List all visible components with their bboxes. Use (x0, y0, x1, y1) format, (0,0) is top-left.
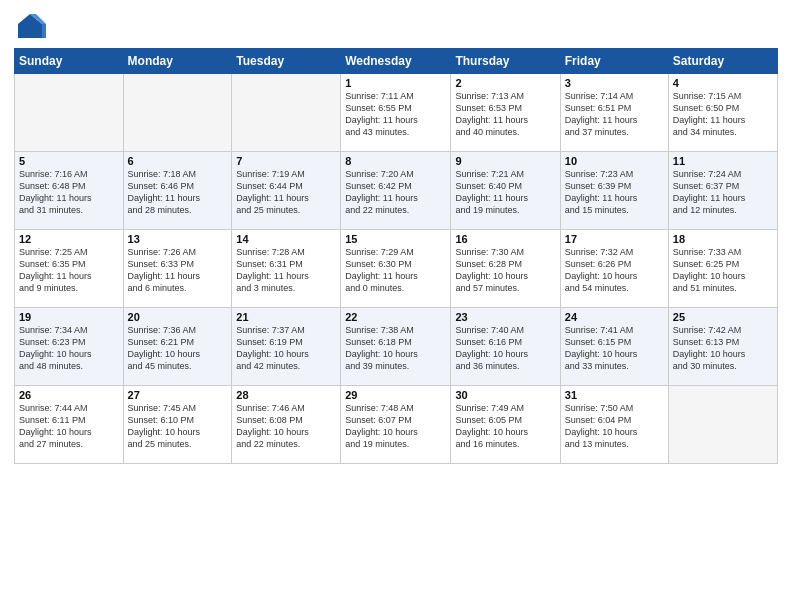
week-row-5: 26Sunrise: 7:44 AM Sunset: 6:11 PM Dayli… (15, 386, 778, 464)
calendar-cell: 22Sunrise: 7:38 AM Sunset: 6:18 PM Dayli… (341, 308, 451, 386)
calendar-cell: 5Sunrise: 7:16 AM Sunset: 6:48 PM Daylig… (15, 152, 124, 230)
day-number: 19 (19, 311, 119, 323)
calendar-cell: 20Sunrise: 7:36 AM Sunset: 6:21 PM Dayli… (123, 308, 232, 386)
day-number: 13 (128, 233, 228, 245)
calendar-cell: 1Sunrise: 7:11 AM Sunset: 6:55 PM Daylig… (341, 74, 451, 152)
calendar: SundayMondayTuesdayWednesdayThursdayFrid… (14, 48, 778, 464)
day-info: Sunrise: 7:48 AM Sunset: 6:07 PM Dayligh… (345, 402, 446, 451)
calendar-cell: 29Sunrise: 7:48 AM Sunset: 6:07 PM Dayli… (341, 386, 451, 464)
day-number: 22 (345, 311, 446, 323)
day-info: Sunrise: 7:45 AM Sunset: 6:10 PM Dayligh… (128, 402, 228, 451)
day-info: Sunrise: 7:23 AM Sunset: 6:39 PM Dayligh… (565, 168, 664, 217)
calendar-cell: 9Sunrise: 7:21 AM Sunset: 6:40 PM Daylig… (451, 152, 560, 230)
day-info: Sunrise: 7:36 AM Sunset: 6:21 PM Dayligh… (128, 324, 228, 373)
day-info: Sunrise: 7:41 AM Sunset: 6:15 PM Dayligh… (565, 324, 664, 373)
day-info: Sunrise: 7:38 AM Sunset: 6:18 PM Dayligh… (345, 324, 446, 373)
day-info: Sunrise: 7:25 AM Sunset: 6:35 PM Dayligh… (19, 246, 119, 295)
calendar-cell: 4Sunrise: 7:15 AM Sunset: 6:50 PM Daylig… (668, 74, 777, 152)
calendar-cell: 13Sunrise: 7:26 AM Sunset: 6:33 PM Dayli… (123, 230, 232, 308)
day-number: 25 (673, 311, 773, 323)
day-info: Sunrise: 7:13 AM Sunset: 6:53 PM Dayligh… (455, 90, 555, 139)
weekday-header-monday: Monday (123, 49, 232, 74)
calendar-cell: 11Sunrise: 7:24 AM Sunset: 6:37 PM Dayli… (668, 152, 777, 230)
day-number: 14 (236, 233, 336, 245)
day-info: Sunrise: 7:24 AM Sunset: 6:37 PM Dayligh… (673, 168, 773, 217)
day-number: 7 (236, 155, 336, 167)
day-number: 18 (673, 233, 773, 245)
calendar-cell: 27Sunrise: 7:45 AM Sunset: 6:10 PM Dayli… (123, 386, 232, 464)
day-info: Sunrise: 7:26 AM Sunset: 6:33 PM Dayligh… (128, 246, 228, 295)
page: SundayMondayTuesdayWednesdayThursdayFrid… (0, 0, 792, 612)
logo-icon (14, 10, 46, 42)
calendar-cell: 21Sunrise: 7:37 AM Sunset: 6:19 PM Dayli… (232, 308, 341, 386)
day-info: Sunrise: 7:40 AM Sunset: 6:16 PM Dayligh… (455, 324, 555, 373)
day-number: 3 (565, 77, 664, 89)
day-number: 5 (19, 155, 119, 167)
day-info: Sunrise: 7:29 AM Sunset: 6:30 PM Dayligh… (345, 246, 446, 295)
day-number: 31 (565, 389, 664, 401)
day-info: Sunrise: 7:30 AM Sunset: 6:28 PM Dayligh… (455, 246, 555, 295)
logo (14, 10, 50, 42)
day-number: 30 (455, 389, 555, 401)
calendar-cell (668, 386, 777, 464)
calendar-cell: 26Sunrise: 7:44 AM Sunset: 6:11 PM Dayli… (15, 386, 124, 464)
day-number: 15 (345, 233, 446, 245)
day-number: 10 (565, 155, 664, 167)
day-info: Sunrise: 7:20 AM Sunset: 6:42 PM Dayligh… (345, 168, 446, 217)
day-number: 27 (128, 389, 228, 401)
day-number: 17 (565, 233, 664, 245)
day-number: 12 (19, 233, 119, 245)
calendar-cell: 12Sunrise: 7:25 AM Sunset: 6:35 PM Dayli… (15, 230, 124, 308)
calendar-cell: 31Sunrise: 7:50 AM Sunset: 6:04 PM Dayli… (560, 386, 668, 464)
calendar-cell: 18Sunrise: 7:33 AM Sunset: 6:25 PM Dayli… (668, 230, 777, 308)
calendar-cell: 2Sunrise: 7:13 AM Sunset: 6:53 PM Daylig… (451, 74, 560, 152)
week-row-2: 5Sunrise: 7:16 AM Sunset: 6:48 PM Daylig… (15, 152, 778, 230)
day-number: 24 (565, 311, 664, 323)
day-info: Sunrise: 7:50 AM Sunset: 6:04 PM Dayligh… (565, 402, 664, 451)
calendar-cell: 28Sunrise: 7:46 AM Sunset: 6:08 PM Dayli… (232, 386, 341, 464)
day-info: Sunrise: 7:19 AM Sunset: 6:44 PM Dayligh… (236, 168, 336, 217)
day-number: 26 (19, 389, 119, 401)
calendar-cell: 19Sunrise: 7:34 AM Sunset: 6:23 PM Dayli… (15, 308, 124, 386)
calendar-cell: 8Sunrise: 7:20 AM Sunset: 6:42 PM Daylig… (341, 152, 451, 230)
calendar-cell: 14Sunrise: 7:28 AM Sunset: 6:31 PM Dayli… (232, 230, 341, 308)
day-info: Sunrise: 7:42 AM Sunset: 6:13 PM Dayligh… (673, 324, 773, 373)
day-info: Sunrise: 7:32 AM Sunset: 6:26 PM Dayligh… (565, 246, 664, 295)
week-row-4: 19Sunrise: 7:34 AM Sunset: 6:23 PM Dayli… (15, 308, 778, 386)
calendar-cell: 3Sunrise: 7:14 AM Sunset: 6:51 PM Daylig… (560, 74, 668, 152)
weekday-header-row: SundayMondayTuesdayWednesdayThursdayFrid… (15, 49, 778, 74)
calendar-cell (123, 74, 232, 152)
calendar-cell: 30Sunrise: 7:49 AM Sunset: 6:05 PM Dayli… (451, 386, 560, 464)
day-info: Sunrise: 7:15 AM Sunset: 6:50 PM Dayligh… (673, 90, 773, 139)
day-number: 20 (128, 311, 228, 323)
day-info: Sunrise: 7:49 AM Sunset: 6:05 PM Dayligh… (455, 402, 555, 451)
day-number: 16 (455, 233, 555, 245)
calendar-cell: 24Sunrise: 7:41 AM Sunset: 6:15 PM Dayli… (560, 308, 668, 386)
calendar-cell: 17Sunrise: 7:32 AM Sunset: 6:26 PM Dayli… (560, 230, 668, 308)
day-number: 9 (455, 155, 555, 167)
day-number: 8 (345, 155, 446, 167)
week-row-3: 12Sunrise: 7:25 AM Sunset: 6:35 PM Dayli… (15, 230, 778, 308)
day-info: Sunrise: 7:44 AM Sunset: 6:11 PM Dayligh… (19, 402, 119, 451)
week-row-1: 1Sunrise: 7:11 AM Sunset: 6:55 PM Daylig… (15, 74, 778, 152)
calendar-cell (232, 74, 341, 152)
day-number: 21 (236, 311, 336, 323)
header (14, 10, 778, 42)
weekday-header-tuesday: Tuesday (232, 49, 341, 74)
calendar-cell: 25Sunrise: 7:42 AM Sunset: 6:13 PM Dayli… (668, 308, 777, 386)
day-number: 1 (345, 77, 446, 89)
calendar-cell: 6Sunrise: 7:18 AM Sunset: 6:46 PM Daylig… (123, 152, 232, 230)
weekday-header-thursday: Thursday (451, 49, 560, 74)
day-info: Sunrise: 7:11 AM Sunset: 6:55 PM Dayligh… (345, 90, 446, 139)
day-number: 11 (673, 155, 773, 167)
day-number: 2 (455, 77, 555, 89)
weekday-header-saturday: Saturday (668, 49, 777, 74)
day-info: Sunrise: 7:21 AM Sunset: 6:40 PM Dayligh… (455, 168, 555, 217)
weekday-header-sunday: Sunday (15, 49, 124, 74)
day-number: 28 (236, 389, 336, 401)
calendar-cell: 15Sunrise: 7:29 AM Sunset: 6:30 PM Dayli… (341, 230, 451, 308)
day-info: Sunrise: 7:37 AM Sunset: 6:19 PM Dayligh… (236, 324, 336, 373)
day-info: Sunrise: 7:33 AM Sunset: 6:25 PM Dayligh… (673, 246, 773, 295)
day-number: 6 (128, 155, 228, 167)
day-number: 23 (455, 311, 555, 323)
